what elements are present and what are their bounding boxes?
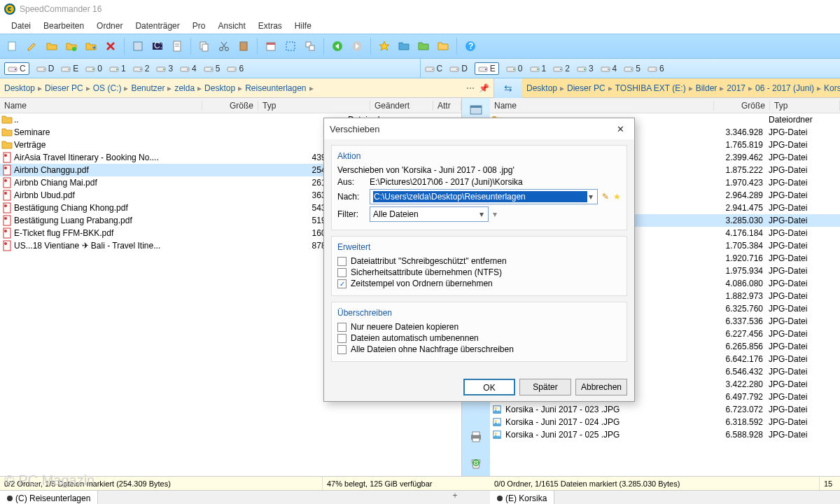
chk-noask[interactable]: Alle Dateien ohne Nachfrage überschreibe… [337,344,621,354]
crumb[interactable]: Korsika [824,83,840,93]
drive-4[interactable]: 4 [180,64,197,74]
bc-tool-dots-icon[interactable]: ⋯ [466,83,475,93]
file-row[interactable]: Korsika - Juni 2017 - 023 .JPG6.723.072J… [490,403,840,416]
tool-new-icon[interactable] [4,38,21,55]
chk-rename[interactable]: Dateien automatisch umbenennen [337,333,621,343]
crumb[interactable]: zelda [174,83,195,93]
mid-print-icon[interactable] [469,430,483,446]
tool-cut-icon[interactable] [216,38,232,55]
filter-icon[interactable]: ▾ [493,209,497,219]
chk-newer[interactable]: Nur neuere Dateien kopieren [337,322,621,332]
drive-3[interactable]: 3 [156,64,173,74]
tab-add-icon[interactable]: + [448,491,462,504]
edit-icon[interactable]: ✎ [602,192,609,202]
tool-back-icon[interactable] [329,38,346,55]
crumb[interactable]: Desktop [4,83,35,93]
tool-calendar-icon[interactable] [262,38,279,55]
bc-tool-pin-icon[interactable]: 📌 [479,83,489,93]
drive-4[interactable]: 4 [601,64,617,74]
chk-ntfs[interactable]: Sicherheitsattribute übernehmen (NTFS) [337,267,621,277]
col-size-r[interactable]: Größe [714,101,770,111]
menu-bearbeiten[interactable]: Bearbeiten [38,20,90,32]
menu-extras[interactable]: Extras [253,20,288,32]
tool-copy-folder-icon[interactable] [63,38,80,55]
crumb[interactable]: TOSHIBA EXT (E:) [615,83,686,93]
star-icon[interactable]: ★ [613,192,621,202]
drive-2[interactable]: 2 [133,64,150,74]
drive-1[interactable]: 1 [109,64,126,74]
breadcrumb-left[interactable]: Desktop▸Dieser PC▸OS (C:)▸Benutzer▸zelda… [0,78,462,97]
cancel-button[interactable]: Abbrechen [575,379,627,396]
crumb[interactable]: Dieser PC [567,83,606,93]
later-button[interactable]: Später [519,379,571,396]
close-icon[interactable]: ✕ [612,120,629,137]
menu-datenträger[interactable]: Datenträger [130,20,185,32]
drive-0[interactable]: 0 [506,64,523,74]
tool-open-icon[interactable] [43,38,60,55]
tool-move-folder-icon[interactable] [83,38,99,55]
crumb[interactable]: Bilder [696,83,718,93]
tool-edit-icon[interactable] [24,38,41,55]
tool-history-icon[interactable] [415,38,432,55]
drive-C[interactable]: C [4,62,29,75]
drive-1[interactable]: 1 [530,64,547,74]
tool-recent-icon[interactable] [435,38,451,55]
col-mod[interactable]: Geändert [370,101,433,111]
dest-input[interactable]: ▾ [370,189,598,204]
drive-2[interactable]: 2 [553,64,570,74]
breadcrumb-right[interactable]: Desktop▸Dieser PC▸TOSHIBA EXT (E:)▸Bilde… [522,78,840,97]
crumb[interactable]: 2017 [727,83,746,93]
tool-refresh-icon[interactable] [130,38,146,55]
drive-D[interactable]: D [36,64,55,74]
col-size[interactable]: Größe [202,101,258,111]
crumb[interactable]: Desktop [526,83,557,93]
crumb[interactable]: Desktop [204,83,235,93]
chevron-down-icon[interactable]: ▾ [587,192,594,202]
col-attr[interactable]: Attr [433,101,461,111]
drive-6[interactable]: 6 [648,64,664,74]
col-type-r[interactable]: Typ [770,101,840,111]
tool-paste-icon[interactable] [235,38,252,55]
drive-D[interactable]: D [449,64,468,74]
tool-terminal-icon[interactable]: C:\ [149,38,166,55]
tab-left[interactable]: (C) Reiseunterlagen [0,491,98,504]
col-name[interactable]: Name [0,101,202,111]
menu-ordner[interactable]: Ordner [91,20,128,32]
drive-5[interactable]: 5 [624,64,640,74]
crumb[interactable]: OS (C:) [93,83,122,93]
filter-input[interactable]: ▾ [370,206,489,222]
chk-timestamp[interactable]: ✓Zeitstempel von Ordnern übernehmen [337,279,621,288]
drive-E[interactable]: E [475,62,499,75]
file-row[interactable]: Korsika - Juni 2017 - 025 .JPG6.588.928J… [490,428,840,441]
tool-copy-icon[interactable] [196,38,213,55]
drive-5[interactable]: 5 [204,64,220,74]
drive-0[interactable]: 0 [85,64,102,74]
col-name-r[interactable]: Name [490,101,714,111]
drive-3[interactable]: 3 [577,64,594,74]
chk-readonly[interactable]: Dateiattribut "Schreibgeschützt" entfern… [337,256,621,266]
crumb[interactable]: 06 - 2017 (Juni) [755,83,814,93]
menu-pro[interactable]: Pro [187,20,211,32]
tool-sheet-icon[interactable] [169,38,186,55]
chevron-down-icon[interactable]: ▾ [478,209,485,219]
tab-right[interactable]: (E) Korsika [490,491,554,504]
ok-button[interactable]: OK [463,379,515,396]
menu-datei[interactable]: Datei [6,20,36,32]
tool-delete-icon[interactable] [102,38,119,55]
file-row[interactable]: Korsika - Juni 2017 - 024 .JPG6.318.592J… [490,416,840,428]
tool-select-icon[interactable] [282,38,299,55]
crumb[interactable]: Benutzer [131,83,164,93]
swap-panels-icon[interactable]: ⇆ [504,83,512,94]
menu-ansicht[interactable]: Ansicht [212,20,251,32]
drive-6[interactable]: 6 [227,64,244,74]
tool-fwd-icon[interactable] [349,38,365,55]
tool-addfav-icon[interactable] [396,38,412,55]
tool-fav-icon[interactable] [376,38,393,55]
crumb[interactable]: Reiseunterlagen [245,83,306,93]
crumb[interactable]: Dieser PC [45,83,83,93]
col-type[interactable]: Typ [258,101,370,111]
menu-hilfe[interactable]: Hilfe [289,20,317,32]
drive-E[interactable]: E [61,64,78,74]
drive-C[interactable]: C [425,64,443,74]
tool-find-icon[interactable] [302,38,318,55]
